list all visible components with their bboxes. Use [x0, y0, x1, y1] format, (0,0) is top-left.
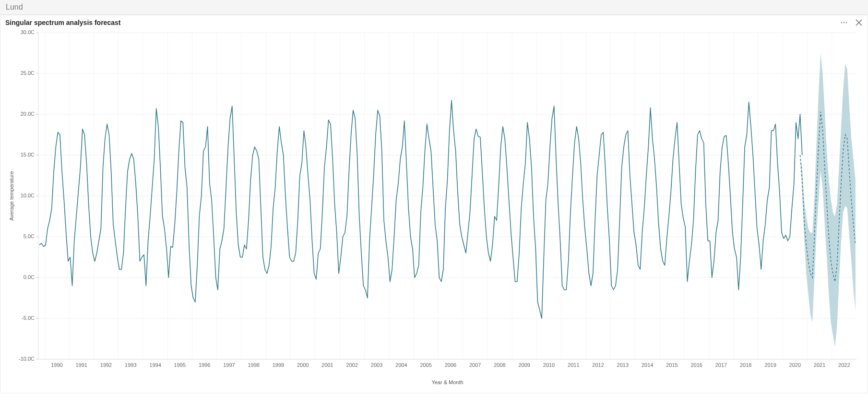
svg-text:2017: 2017: [715, 362, 726, 368]
svg-text:1991: 1991: [75, 362, 87, 368]
svg-text:1999: 1999: [272, 362, 284, 368]
svg-text:2018: 2018: [740, 362, 751, 368]
svg-text:2009: 2009: [518, 362, 530, 368]
svg-text:2012: 2012: [592, 362, 604, 368]
svg-text:2004: 2004: [395, 362, 407, 368]
svg-text:5.0C: 5.0C: [23, 233, 34, 239]
svg-text:1997: 1997: [223, 362, 235, 368]
svg-text:1993: 1993: [125, 362, 136, 368]
svg-point-1: [844, 22, 845, 24]
svg-text:25.0C: 25.0C: [20, 70, 34, 76]
svg-text:2013: 2013: [617, 362, 628, 368]
svg-text:Year & Month: Year & Month: [431, 379, 463, 385]
line-chart: -10.0C-5.0C0.0C5.0C10.0C15.0C20.0C25.0C3…: [5, 28, 864, 393]
svg-text:2019: 2019: [764, 362, 776, 368]
svg-text:30.0C: 30.0C: [20, 29, 34, 35]
svg-text:1994: 1994: [149, 362, 161, 368]
svg-text:2005: 2005: [420, 362, 431, 368]
svg-text:1998: 1998: [248, 362, 259, 368]
svg-text:1992: 1992: [100, 362, 111, 368]
svg-text:2016: 2016: [690, 362, 702, 368]
svg-text:1996: 1996: [198, 362, 210, 368]
svg-text:2000: 2000: [297, 362, 308, 368]
panel-actions: [840, 18, 863, 27]
svg-text:2008: 2008: [494, 362, 505, 368]
svg-text:2015: 2015: [666, 362, 678, 368]
svg-text:2006: 2006: [444, 362, 456, 368]
chart-area: -10.0C-5.0C0.0C5.0C10.0C15.0C20.0C25.0C3…: [5, 28, 864, 393]
chart-panel: Singular spectrum analysis forecast -10.…: [0, 15, 868, 393]
svg-text:2010: 2010: [543, 362, 554, 368]
svg-text:10.0C: 10.0C: [20, 193, 34, 198]
svg-text:2002: 2002: [346, 362, 357, 368]
svg-text:2022: 2022: [838, 362, 850, 368]
svg-text:20.0C: 20.0C: [20, 111, 34, 117]
svg-text:2011: 2011: [568, 362, 579, 368]
more-icon[interactable]: [840, 18, 848, 27]
svg-text:2020: 2020: [789, 362, 800, 368]
svg-text:-10.0C: -10.0C: [18, 356, 34, 362]
svg-text:-5.0C: -5.0C: [22, 315, 35, 321]
svg-text:Average temperature: Average temperature: [9, 171, 14, 220]
svg-text:15.0C: 15.0C: [20, 152, 34, 158]
svg-text:2021: 2021: [813, 362, 825, 368]
svg-text:1995: 1995: [174, 362, 185, 368]
svg-text:0.0C: 0.0C: [23, 274, 34, 280]
panel-header: Singular spectrum analysis forecast: [0, 15, 868, 28]
close-icon[interactable]: [855, 19, 863, 26]
svg-point-0: [841, 22, 843, 24]
app-title: Lund: [0, 0, 868, 15]
svg-text:1990: 1990: [51, 362, 62, 368]
svg-point-2: [846, 22, 847, 24]
svg-text:2014: 2014: [641, 362, 653, 368]
svg-text:2001: 2001: [321, 362, 333, 368]
svg-text:2007: 2007: [469, 362, 480, 368]
svg-text:2003: 2003: [370, 362, 382, 368]
panel-title: Singular spectrum analysis forecast: [5, 19, 120, 26]
